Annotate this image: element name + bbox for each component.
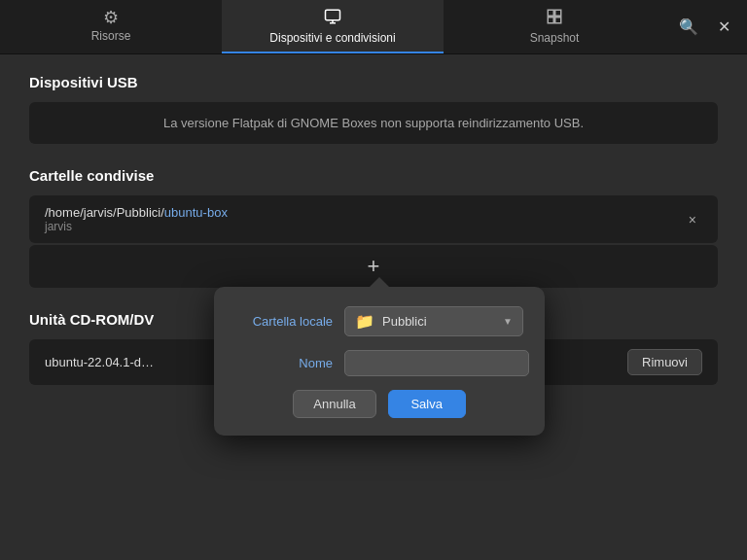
tab-dispositivi-label: Dispositivi e condivisioni bbox=[269, 31, 395, 45]
folder-user: jarvis bbox=[45, 220, 228, 233]
search-icon: 🔍 bbox=[679, 18, 698, 36]
popup-nome-input[interactable] bbox=[344, 350, 529, 376]
popup-save-button[interactable]: Salva bbox=[388, 390, 466, 418]
folder-path-prefix: /home/jarvis/Pubblici/ bbox=[45, 205, 164, 220]
usb-message: La versione Flatpak di GNOME Boxes non s… bbox=[29, 102, 718, 144]
remove-cdrom-button[interactable]: Rimuovi bbox=[627, 349, 702, 375]
snapshot-icon bbox=[546, 8, 563, 28]
header-actions: 🔍 ✕ bbox=[665, 0, 747, 53]
popup-actions: Annulla Salva bbox=[235, 390, 523, 418]
risorse-icon: ⚙ bbox=[103, 9, 119, 26]
add-folder-popup: Cartella locale 📁 Pubblici ▼ Nome Annull… bbox=[214, 287, 545, 436]
shared-folders-section: Cartelle condivise /home/jarvis/Pubblici… bbox=[29, 167, 718, 288]
popup-folder-dropdown[interactable]: 📁 Pubblici ▼ bbox=[344, 306, 523, 336]
svg-rect-5 bbox=[548, 17, 553, 22]
dispositivi-icon bbox=[324, 8, 341, 28]
search-button[interactable]: 🔍 bbox=[673, 12, 704, 43]
tab-snapshot[interactable]: Snapshot bbox=[444, 0, 665, 53]
tab-dispositivi[interactable]: Dispositivi e condivisioni bbox=[222, 0, 444, 53]
close-icon: ✕ bbox=[718, 18, 730, 36]
folder-entry: /home/jarvis/Pubblici/ubuntu-box jarvis … bbox=[29, 195, 718, 243]
popup-nome-label: Nome bbox=[235, 356, 333, 370]
add-folder-icon: + bbox=[368, 254, 380, 279]
tab-risorse[interactable]: ⚙ Risorse bbox=[0, 0, 222, 53]
folder-info: /home/jarvis/Pubblici/ubuntu-box jarvis bbox=[45, 205, 228, 233]
popup-cartella-row: Cartella locale 📁 Pubblici ▼ bbox=[235, 306, 523, 336]
popup-nome-row: Nome bbox=[235, 350, 523, 376]
tab-risorse-label: Risorse bbox=[91, 29, 131, 43]
svg-rect-3 bbox=[548, 10, 553, 16]
close-button[interactable]: ✕ bbox=[708, 12, 739, 43]
folder-path: /home/jarvis/Pubblici/ubuntu-box bbox=[45, 205, 228, 220]
popup-folder-icon: 📁 bbox=[355, 312, 374, 331]
svg-rect-6 bbox=[555, 17, 561, 22]
folder-path-highlight: ubuntu-box bbox=[164, 205, 228, 220]
popup-cancel-button[interactable]: Annulla bbox=[293, 390, 375, 418]
svg-rect-0 bbox=[326, 10, 340, 20]
shared-section-title: Cartelle condivise bbox=[29, 167, 718, 184]
remove-folder-button[interactable]: × bbox=[683, 210, 702, 229]
cdrom-name: ubuntu-22.04.1-d… bbox=[45, 355, 154, 369]
popup-folder-name: Pubblici bbox=[382, 314, 495, 329]
usb-section: Dispositivi USB La versione Flatpak di G… bbox=[29, 74, 718, 144]
app-header: ⚙ Risorse Dispositivi e condivisioni Sna… bbox=[0, 0, 747, 54]
tab-snapshot-label: Snapshot bbox=[530, 31, 580, 45]
remove-folder-icon: × bbox=[689, 212, 696, 228]
popup-dropdown-arrow-icon: ▼ bbox=[503, 316, 513, 327]
popup-cartella-label: Cartella locale bbox=[235, 314, 333, 329]
svg-rect-4 bbox=[555, 10, 561, 16]
usb-section-title: Dispositivi USB bbox=[29, 74, 718, 90]
